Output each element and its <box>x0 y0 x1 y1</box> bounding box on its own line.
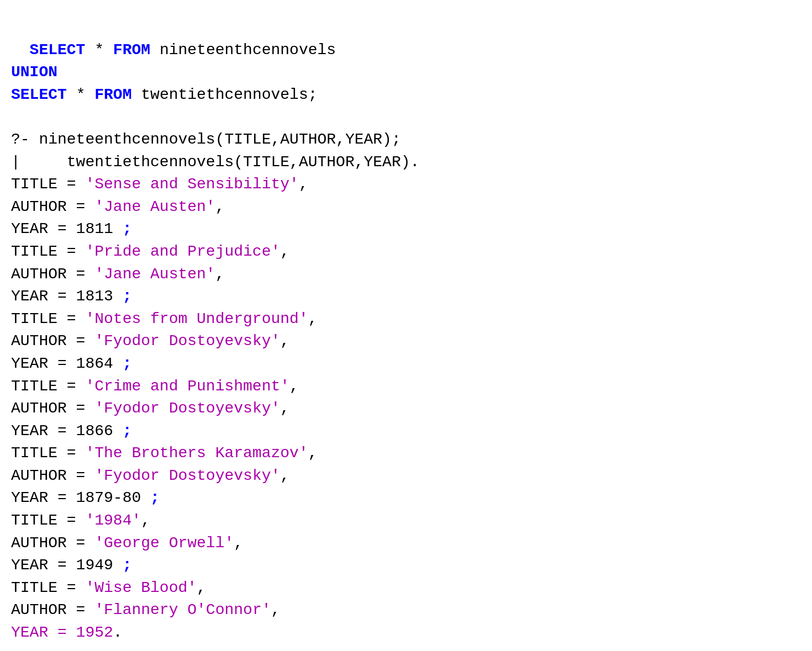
author-value-2: 'Jane Austen' <box>94 266 215 283</box>
from-keyword-2: FROM <box>94 86 131 103</box>
year-label-7: YEAR = 1952 <box>11 624 113 641</box>
comma-5: , <box>308 310 318 327</box>
title-value-3: 'Notes from Underground' <box>85 310 308 327</box>
author-value-3: 'Fyodor Dostoyevsky' <box>94 332 280 350</box>
author-label-4: AUTHOR = <box>11 400 94 417</box>
comma-11: , <box>141 512 150 529</box>
author-value-7: 'Flannery O'Connor' <box>94 601 271 618</box>
semicolon-4: ; <box>123 422 132 440</box>
author-label-6: AUTHOR = <box>11 534 94 552</box>
comma-14: , <box>271 601 281 618</box>
period-end: . <box>113 624 123 641</box>
year-label-1: YEAR = 1811 <box>11 220 123 237</box>
comma-6: , <box>280 332 289 350</box>
author-label-3: AUTHOR = <box>11 332 94 350</box>
comma-4: , <box>215 266 225 283</box>
table-name-2: twentiethcennovels; <box>131 86 317 103</box>
author-value-1: 'Jane Austen' <box>94 198 215 215</box>
title-value-5: 'The Brothers Karamazov' <box>85 444 308 462</box>
union-keyword: UNION <box>11 63 57 81</box>
title-value-2: 'Pride and Prejudice' <box>85 243 280 260</box>
title-label-1: TITLE = <box>11 176 85 193</box>
comma-3: , <box>280 243 289 260</box>
title-value-6: '1984' <box>85 512 141 529</box>
comma-9: , <box>308 444 318 462</box>
author-label-7: AUTHOR = <box>11 601 94 618</box>
title-label-2: TITLE = <box>11 243 85 260</box>
semicolon-6: ; <box>123 557 132 574</box>
comment-line-1: ?- nineteenthcennovels(TITLE,AUTHOR,YEAR… <box>11 131 401 148</box>
code-output: SELECT * FROM nineteenthcennovels UNION … <box>11 17 801 651</box>
from-keyword-1: FROM <box>113 41 150 59</box>
title-label-3: TITLE = <box>11 310 85 327</box>
title-value-4: 'Crime and Punishment' <box>85 378 289 395</box>
year-label-6: YEAR = 1949 <box>11 557 123 574</box>
author-label-2: AUTHOR = <box>11 266 94 283</box>
semicolon-3: ; <box>123 355 132 372</box>
table-name-1: nineteenthcennovels <box>150 41 336 59</box>
year-label-3: YEAR = 1864 <box>11 355 123 372</box>
comma-12: , <box>234 534 243 552</box>
comma-13: , <box>197 579 206 596</box>
semicolon-1: ; <box>123 220 132 237</box>
title-label-5: TITLE = <box>11 444 85 462</box>
author-label-5: AUTHOR = <box>11 467 94 484</box>
title-value-1: 'Sense and Sensibility' <box>85 176 298 193</box>
author-value-4: 'Fyodor Dostoyevsky' <box>94 400 280 417</box>
from-text-2: * <box>67 86 94 103</box>
comma-1: , <box>299 176 308 193</box>
author-value-5: 'Fyodor Dostoyevsky' <box>94 467 280 484</box>
comment-line-2: | twentiethcennovels(TITLE,AUTHOR,YEAR). <box>11 154 419 171</box>
comma-8: , <box>280 400 289 417</box>
year-label-4: YEAR = 1866 <box>11 422 123 440</box>
year-label-5: YEAR = 1879-80 <box>11 489 150 506</box>
select-keyword-2: SELECT <box>11 86 67 103</box>
title-label-6: TITLE = <box>11 512 85 529</box>
author-value-6: 'George Orwell' <box>94 534 234 552</box>
comma-2: , <box>215 198 225 215</box>
comma-10: , <box>280 467 289 484</box>
year-label-2: YEAR = 1813 <box>11 288 123 305</box>
author-label-1: AUTHOR = <box>11 198 94 215</box>
select-keyword-1: SELECT <box>30 41 86 59</box>
from-text-1: * <box>85 41 113 59</box>
title-label-4: TITLE = <box>11 378 85 395</box>
semicolon-2: ; <box>123 288 132 305</box>
semicolon-5: ; <box>150 489 160 506</box>
title-value-7: 'Wise Blood' <box>85 579 197 596</box>
comma-7: , <box>289 378 299 395</box>
title-label-7: TITLE = <box>11 579 85 596</box>
